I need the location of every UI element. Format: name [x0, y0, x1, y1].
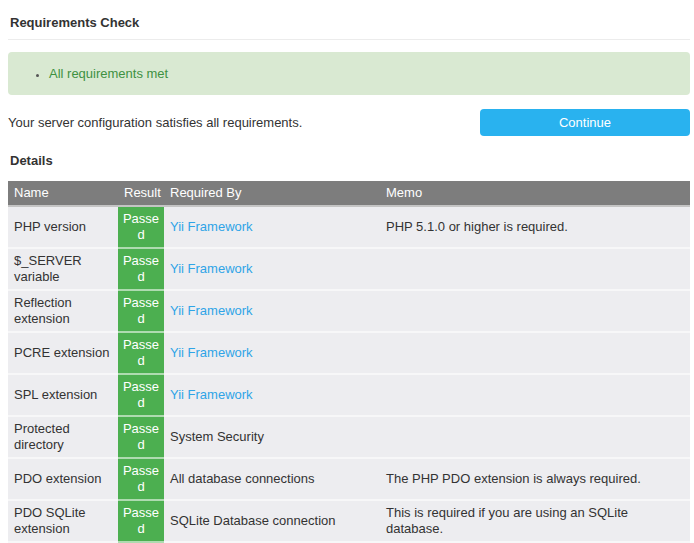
success-alert: All requirements met	[8, 52, 690, 95]
table-row: PCRE extension Passed Yii Framework	[8, 333, 690, 375]
details-heading: Details	[10, 153, 690, 168]
requirements-table-body: PHP version Passed Yii Framework PHP 5.1…	[8, 207, 690, 543]
requirement-name: PCRE extension	[8, 333, 118, 375]
memo: The PHP PDO extension is always required…	[380, 459, 690, 501]
result-badge: Passed	[118, 417, 164, 459]
table-row: Protected directory Passed System Securi…	[8, 417, 690, 459]
result-badge: Passed	[118, 459, 164, 501]
requirement-name: Reflection extension	[8, 291, 118, 333]
required-by-link[interactable]: Yii Framework	[164, 375, 380, 417]
requirement-name: $_SERVER variable	[8, 249, 118, 291]
page-title: Requirements Check	[10, 15, 690, 30]
alert-list: All requirements met	[23, 65, 675, 82]
summary-row: Your server configuration satisfies all …	[8, 109, 690, 136]
requirements-check-page: Requirements Check All requirements met …	[0, 0, 694, 543]
result-badge: Passed	[118, 207, 164, 249]
result-badge: Passed	[118, 501, 164, 543]
required-by-link[interactable]: Yii Framework	[164, 333, 380, 375]
table-row: PDO extension Passed All database connec…	[8, 459, 690, 501]
required-by: SQLite Database connection	[164, 501, 380, 543]
memo: This is required if you are using an SQL…	[380, 501, 690, 543]
result-badge: Passed	[118, 291, 164, 333]
memo	[380, 333, 690, 375]
required-by-link[interactable]: Yii Framework	[164, 249, 380, 291]
result-badge: Passed	[118, 249, 164, 291]
column-header-name: Name	[8, 181, 118, 207]
required-by: System Security	[164, 417, 380, 459]
column-header-memo: Memo	[380, 181, 690, 207]
table-row: Reflection extension Passed Yii Framewor…	[8, 291, 690, 333]
table-row: PDO SQLite extension Passed SQLite Datab…	[8, 501, 690, 543]
memo	[380, 417, 690, 459]
column-header-result: Result	[118, 181, 164, 207]
result-badge: Passed	[118, 375, 164, 417]
requirement-name: SPL extension	[8, 375, 118, 417]
requirements-table: Name Result Required By Memo PHP version…	[8, 181, 690, 543]
column-header-required-by: Required By	[164, 181, 380, 207]
requirement-name: PDO extension	[8, 459, 118, 501]
alert-item: All requirements met	[49, 65, 675, 82]
result-badge: Passed	[118, 333, 164, 375]
table-header-row: Name Result Required By Memo	[8, 181, 690, 207]
continue-button[interactable]: Continue	[480, 109, 690, 136]
table-row: SPL extension Passed Yii Framework	[8, 375, 690, 417]
requirement-name: Protected directory	[8, 417, 118, 459]
memo	[380, 249, 690, 291]
requirement-name: PHP version	[8, 207, 118, 249]
title-divider	[8, 39, 690, 40]
required-by-link[interactable]: Yii Framework	[164, 291, 380, 333]
required-by: All database connections	[164, 459, 380, 501]
memo	[380, 291, 690, 333]
table-row: $_SERVER variable Passed Yii Framework	[8, 249, 690, 291]
memo: PHP 5.1.0 or higher is required.	[380, 207, 690, 249]
summary-text: Your server configuration satisfies all …	[8, 115, 302, 130]
requirement-name: PDO SQLite extension	[8, 501, 118, 543]
memo	[380, 375, 690, 417]
table-row: PHP version Passed Yii Framework PHP 5.1…	[8, 207, 690, 249]
required-by-link[interactable]: Yii Framework	[164, 207, 380, 249]
